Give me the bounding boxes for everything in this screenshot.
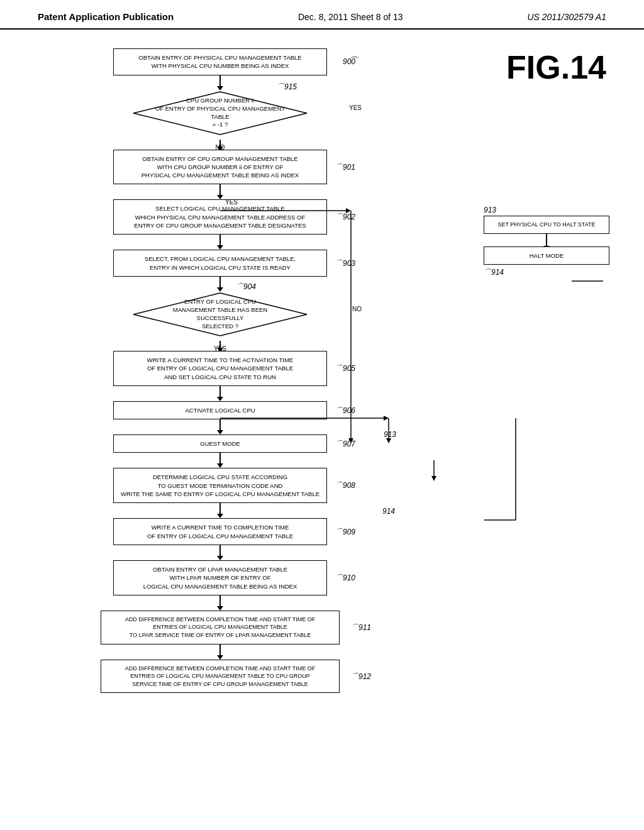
patent-number: US 2011/302579 A1: [527, 12, 606, 22]
ref-label-913: 913: [484, 206, 609, 214]
ref-903: ⌒903: [335, 258, 355, 268]
arrow-903-904: [219, 277, 221, 288]
sheet-info: Dec. 8, 2011 Sheet 8 of 13: [298, 12, 403, 22]
node-905: WRITE A CURRENT TIME TO THE ACTIVATION T…: [113, 351, 327, 386]
arrow-904-905: [219, 341, 221, 348]
ref-907: ⌒907: [335, 438, 355, 449]
arrow-908-909: [219, 503, 221, 514]
node-904-text: ENTRY OF LOGICAL CPU MANAGEMENT TABLE HA…: [132, 298, 308, 330]
ref-901: ⌒901: [335, 162, 355, 172]
node-915-text: CPU GROUP NUMBER ii OF ENTRY OF PHYSICAL…: [132, 97, 308, 129]
page-header: Patent Application Publication Dec. 8, 2…: [0, 0, 644, 30]
ref-906: ⌒906: [335, 405, 355, 416]
node-900: OBTAIN ENTRY OF PHYSICAL CPU MANAGEMENT …: [113, 48, 327, 75]
yes-label-915: YES: [349, 104, 362, 111]
ref-909: ⌒909: [335, 526, 355, 537]
arrow-900-915: [219, 75, 221, 87]
ref-905: ⌒905: [335, 363, 355, 374]
ref-911: ⌒911: [351, 622, 371, 633]
arrow-909-910: [219, 545, 221, 556]
arrow-902-903: [219, 235, 221, 246]
node-902: SELECT LOGICAL CPU MANAGEMENT TABLE WHIC…: [113, 199, 327, 235]
ref-904: ⌒904: [236, 282, 256, 292]
flowchart: OBTAIN ENTRY OF PHYSICAL CPU MANAGEMENT …: [38, 48, 402, 693]
node-901: OBTAIN ENTRY OF CPU GROUP MANAGEMENT TAB…: [113, 150, 327, 185]
main-content: FIG.14 OBTAIN ENTRY OF PHYSICAL CPU MANA…: [0, 30, 644, 712]
node-909: WRITE A CURRENT TIME TO COMPLETION TIME …: [113, 518, 327, 545]
arrow-913-914: [546, 234, 547, 246]
publication-title: Patent Application Publication: [38, 11, 174, 22]
no-label-904: NO: [352, 306, 362, 313]
arrow-907-908: [219, 453, 221, 464]
right-column: 913 SET PHYSICAL CPU TO halt STATE HALT …: [484, 206, 609, 303]
arrow-906-907: [219, 419, 221, 431]
node-906: ACTIVATE LOGICAL CPU: [113, 401, 327, 419]
node-913: SET PHYSICAL CPU TO halt STATE: [484, 216, 609, 234]
node-910: OBTAIN ENTRY OF LPAR MANAGEMENT TABLE WI…: [113, 560, 327, 595]
node-907: GUEST MODE: [113, 434, 327, 453]
ref-912: ⌒912: [351, 671, 371, 682]
svg-marker-9: [431, 476, 436, 481]
ref-label-914: ⌒914: [484, 267, 609, 278]
ref-902: ⌒902: [335, 212, 355, 223]
arrow-901-902: [219, 184, 221, 196]
loop-arrow: [484, 278, 609, 303]
arrow-910-911: [219, 595, 221, 607]
node-911: ADD DIFFERENCE BETWEEN COMPLETION TIME A…: [101, 611, 340, 645]
ref-910: ⌒910: [335, 572, 355, 583]
ref-908: ⌒908: [335, 480, 355, 491]
fig-label: FIG.14: [506, 48, 606, 86]
arrow-905-906: [219, 386, 221, 397]
node-903: SELECT, FROM LOGICAL CPU MANAGEMENT TABL…: [113, 250, 327, 277]
node-912: ADD DIFFERENCE BETWEEN COMPLETION TIME A…: [101, 660, 340, 694]
arrow-911-912: [219, 645, 221, 656]
arrow-915-901: [219, 140, 221, 147]
node-908: DETERMINE LOGICAL CPU STATE ACCORDING TO…: [113, 468, 327, 503]
node-914: HALT MODE: [484, 246, 609, 265]
